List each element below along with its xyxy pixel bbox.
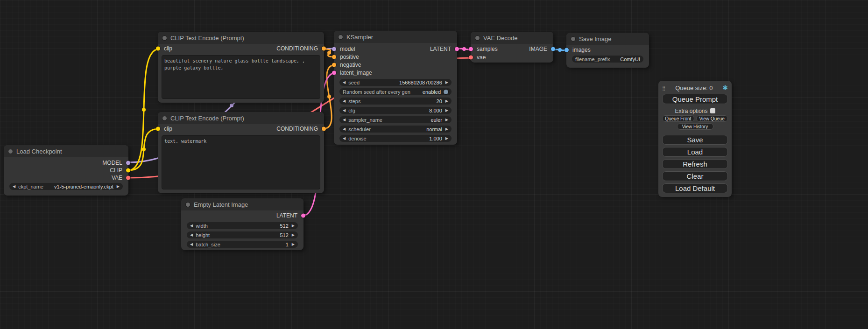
widget-cfg[interactable]: ◀ cfg 8.000 ▶ xyxy=(339,107,452,114)
decrement-arrow-icon[interactable]: ◀ xyxy=(190,243,193,246)
queue-front-button[interactable]: Queue Front xyxy=(662,115,694,122)
decrement-arrow-icon[interactable]: ◀ xyxy=(13,185,15,189)
widget-denoise[interactable]: ◀ denoise 1.000 ▶ xyxy=(339,135,452,142)
output-label-vae: VAE xyxy=(112,175,122,181)
node-title-bar[interactable]: CLIP Text Encode (Prompt) xyxy=(158,112,324,124)
input-slot-clip[interactable] xyxy=(156,47,160,51)
view-queue-button[interactable]: View Queue xyxy=(696,115,728,122)
node-clip-text-encode-positive[interactable]: CLIP Text Encode (Prompt) clip CONDITION… xyxy=(158,32,324,103)
graph-canvas[interactable]: Load Checkpoint MODEL CLIP VAE ◀ ckpt_na… xyxy=(0,0,868,329)
collapse-dot-icon[interactable] xyxy=(8,149,13,154)
node-title-bar[interactable]: Empty Latent Image xyxy=(181,198,303,210)
node-vae-decode[interactable]: VAE Decode samples IMAGE vae xyxy=(471,32,553,63)
extra-options-checkbox[interactable] xyxy=(710,108,715,113)
node-title-bar[interactable]: CLIP Text Encode (Prompt) xyxy=(158,32,324,44)
increment-arrow-icon[interactable]: ▶ xyxy=(292,224,295,228)
input-slot-clip[interactable] xyxy=(156,127,160,131)
output-slot-image[interactable] xyxy=(551,47,555,51)
widget-sampler-name[interactable]: ◀ sampler_name euler ▶ xyxy=(339,116,452,123)
widget-label: batch_size xyxy=(196,242,220,247)
node-ksampler[interactable]: KSampler model LATENT positive negative … xyxy=(334,31,457,145)
input-slot-samples[interactable] xyxy=(469,47,473,51)
node-title-bar[interactable]: Save Image xyxy=(566,33,649,45)
increment-arrow-icon[interactable]: ▶ xyxy=(117,185,120,189)
increment-arrow-icon[interactable]: ▶ xyxy=(445,109,448,112)
node-title: Load Checkpoint xyxy=(16,148,62,155)
node-title: Empty Latent Image xyxy=(194,201,248,208)
widget-seed[interactable]: ◀ seed 156680208700286 ▶ xyxy=(339,79,452,86)
input-label-samples: samples xyxy=(477,46,498,52)
decrement-arrow-icon[interactable]: ◀ xyxy=(343,118,346,122)
decrement-arrow-icon[interactable]: ◀ xyxy=(343,109,346,112)
input-slot-model[interactable] xyxy=(332,47,336,51)
node-title-bar[interactable]: Load Checkpoint xyxy=(4,145,128,157)
collapse-dot-icon[interactable] xyxy=(186,203,190,207)
clip-positive-link-wire xyxy=(128,49,159,170)
output-slot-latent[interactable] xyxy=(455,47,459,51)
collapse-dot-icon[interactable] xyxy=(475,36,480,40)
clear-button[interactable]: Clear xyxy=(662,171,728,181)
output-slot-clip[interactable] xyxy=(126,168,130,173)
save-button[interactable]: Save xyxy=(662,135,728,145)
increment-arrow-icon[interactable]: ▶ xyxy=(292,243,295,246)
increment-arrow-icon[interactable]: ▶ xyxy=(445,118,448,122)
queue-size-label: Queue size: 0 xyxy=(665,84,722,91)
increment-arrow-icon[interactable]: ▶ xyxy=(445,127,448,131)
output-slot-conditioning[interactable] xyxy=(322,127,326,131)
input-slot-vae[interactable] xyxy=(469,56,473,60)
widget-scheduler[interactable]: ◀ scheduler normal ▶ xyxy=(339,126,452,133)
increment-arrow-icon[interactable]: ▶ xyxy=(445,137,448,140)
collapse-dot-icon[interactable] xyxy=(162,36,167,40)
widget-value: 512 xyxy=(280,232,288,238)
widget-ckpt-name[interactable]: ◀ ckpt_name v1-5-pruned-emaonly.ckpt ▶ xyxy=(9,183,123,190)
decrement-arrow-icon[interactable]: ◀ xyxy=(343,137,346,140)
increment-arrow-icon[interactable]: ▶ xyxy=(445,81,448,84)
node-save-image[interactable]: Save Image images filename_prefix ComfyU… xyxy=(566,33,649,68)
decrement-arrow-icon[interactable]: ◀ xyxy=(343,99,346,103)
decrement-arrow-icon[interactable]: ◀ xyxy=(343,127,346,131)
input-slot-images[interactable] xyxy=(565,48,569,52)
decrement-arrow-icon[interactable]: ◀ xyxy=(343,81,346,84)
widget-steps[interactable]: ◀ steps 20 ▶ xyxy=(339,98,452,105)
widget-height[interactable]: ◀ height 512 ▶ xyxy=(187,231,298,238)
node-title-bar[interactable]: KSampler xyxy=(334,31,457,43)
input-slot-positive[interactable] xyxy=(332,55,336,59)
output-slot-model[interactable] xyxy=(126,161,130,165)
node-load-checkpoint[interactable]: Load Checkpoint MODEL CLIP VAE ◀ ckpt_na… xyxy=(4,145,128,196)
node-clip-text-encode-negative[interactable]: CLIP Text Encode (Prompt) clip CONDITION… xyxy=(158,112,324,193)
load-button[interactable]: Load xyxy=(662,147,728,157)
increment-arrow-icon[interactable]: ▶ xyxy=(292,233,295,237)
drag-handle-icon[interactable]: ⣿ xyxy=(662,85,665,91)
widget-batch-size[interactable]: ◀ batch_size 1 ▶ xyxy=(187,241,298,248)
widget-value: v1-5-pruned-emaonly.ckpt xyxy=(54,184,113,189)
widget-random-seed-toggle[interactable]: Random seed after every gen enabled xyxy=(339,88,452,95)
collapse-dot-icon[interactable] xyxy=(571,37,575,41)
collapse-dot-icon[interactable] xyxy=(339,35,343,39)
input-label-model: model xyxy=(340,46,355,52)
prompt-textarea[interactable]: beautiful scenery nature glass bottle la… xyxy=(162,55,320,99)
toggle-knob-icon[interactable] xyxy=(444,90,448,94)
decrement-arrow-icon[interactable]: ◀ xyxy=(190,224,193,228)
input-slot-negative[interactable] xyxy=(332,63,336,67)
load-default-button[interactable]: Load Default xyxy=(662,183,728,193)
prompt-textarea[interactable]: text, watermark xyxy=(162,135,320,189)
output-slot-conditioning[interactable] xyxy=(322,47,326,51)
decrement-arrow-icon[interactable]: ◀ xyxy=(190,233,193,237)
input-slot-latent-image[interactable] xyxy=(332,70,336,75)
input-label-images: images xyxy=(572,47,591,53)
queue-prompt-button[interactable]: Queue Prompt xyxy=(662,94,728,104)
output-slot-vae[interactable] xyxy=(126,176,130,180)
settings-gear-icon[interactable]: ✱ xyxy=(722,84,728,91)
widget-width[interactable]: ◀ width 512 ▶ xyxy=(187,222,298,229)
node-empty-latent-image[interactable]: Empty Latent Image LATENT ◀ width 512 ▶ … xyxy=(181,198,303,250)
view-history-button[interactable]: View History xyxy=(677,123,713,130)
node-title-bar[interactable]: VAE Decode xyxy=(471,32,553,44)
widget-filename-prefix[interactable]: filename_prefix ComfyUI xyxy=(572,56,643,63)
refresh-button[interactable]: Refresh xyxy=(662,159,728,169)
queue-menu-panel[interactable]: ⣿ Queue size: 0 ✱ Queue Prompt Extra opt… xyxy=(658,81,732,197)
widget-label: cfg xyxy=(348,108,355,113)
increment-arrow-icon[interactable]: ▶ xyxy=(445,99,448,103)
output-label-model: MODEL xyxy=(102,160,122,166)
output-slot-latent[interactable] xyxy=(301,214,305,218)
collapse-dot-icon[interactable] xyxy=(162,116,167,120)
